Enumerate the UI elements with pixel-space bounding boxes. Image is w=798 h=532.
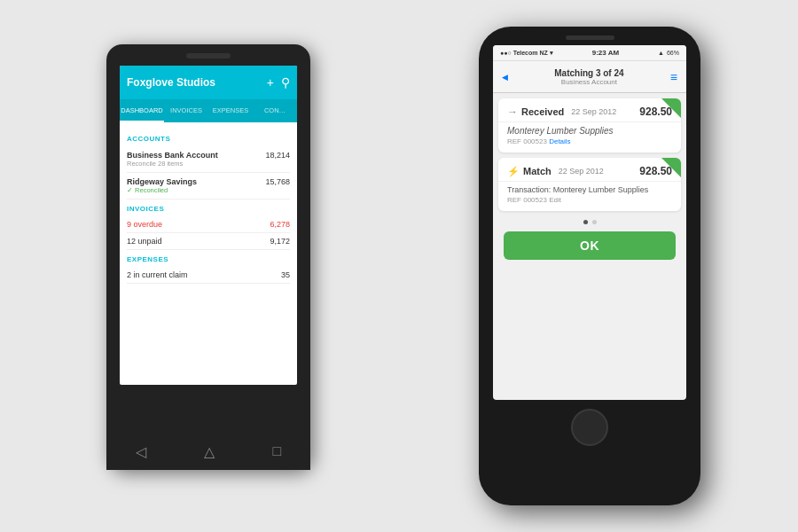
nav-sub-title: Business Account: [554, 78, 623, 86]
pagination-dots: [498, 216, 681, 228]
match-ref-number: REF 000523: [507, 196, 547, 204]
invoice-overdue-amount: 6,278: [270, 220, 290, 229]
tab-dashboard[interactable]: DASHBOARD: [120, 99, 164, 122]
received-label-group: → Received 22 Sep 2012: [507, 106, 616, 118]
invoice-unpaid-amount: 9,172: [270, 237, 290, 246]
received-arrow-icon: →: [507, 106, 518, 118]
ok-button[interactable]: OK: [504, 231, 676, 260]
invoice-unpaid-label: 12 unpaid: [127, 237, 162, 246]
match-title: Match: [523, 166, 552, 176]
account-business-sub: Reconcile 28 items: [127, 160, 218, 168]
account-business-name: Business Bank Account: [127, 151, 218, 160]
account-ridgeway[interactable]: Ridgeway Savings ✓ Reconciled 15,768: [127, 173, 290, 200]
android-phone: Foxglove Studios + ⚲ DASHBOARD INVOICES …: [106, 44, 310, 470]
match-green-corner: [661, 158, 681, 177]
received-card-header: → Received 22 Sep 2012 928.50: [498, 98, 681, 121]
match-card: ⚡ Match 22 Sep 2012 928.50 Transaction: …: [498, 158, 681, 211]
expenses-section-label: EXPENSES: [127, 255, 290, 263]
ios-nav-bar: ◀ Matching 3 of 24 Business Account ≡: [493, 61, 686, 93]
tab-expenses[interactable]: EXPENSES: [208, 99, 253, 122]
carrier-label: ●●○ Telecom NZ ▾: [500, 50, 553, 57]
match-date: 22 Sep 2012: [559, 167, 604, 176]
nav-main-title: Matching 3 of 24: [554, 68, 623, 78]
android-speaker: [186, 53, 231, 59]
invoice-overdue[interactable]: 9 overdue 6,278: [127, 216, 290, 233]
match-label-group: ⚡ Match 22 Sep 2012: [507, 166, 604, 177]
dot-2: [592, 220, 597, 224]
android-tabs: DASHBOARD INVOICES EXPENSES CON…: [120, 99, 297, 122]
account-business[interactable]: Business Bank Account Reconcile 28 items…: [127, 146, 290, 173]
nav-title-area: Matching 3 of 24 Business Account: [554, 68, 623, 86]
iphone-screen: ●●○ Telecom NZ ▾ 9:23 AM ▲ 66% ◀ Matchin…: [493, 45, 686, 400]
green-corner-decoration: [661, 98, 681, 118]
invoices-section-label: INVOICES: [127, 205, 290, 213]
account-business-amount: 18,214: [265, 151, 290, 160]
header-icons: + ⚲: [267, 75, 290, 90]
iphone: ●●○ Telecom NZ ▾ 9:23 AM ▲ 66% ◀ Matchin…: [479, 27, 700, 505]
tab-contacts[interactable]: CON…: [253, 99, 297, 122]
iphone-speaker: [566, 35, 614, 40]
ios-content: → Received 22 Sep 2012 928.50 Monterey L…: [493, 93, 686, 269]
menu-icon[interactable]: ≡: [670, 70, 677, 84]
android-header: Foxglove Studios + ⚲: [120, 66, 297, 99]
received-card: → Received 22 Sep 2012 928.50 Monterey L…: [498, 98, 681, 153]
expense-current[interactable]: 2 in current claim 35: [127, 267, 290, 284]
accounts-section-label: ACCOUNTS: [127, 135, 290, 143]
received-title: Received: [521, 106, 564, 117]
match-ref: REF 000523 Edit: [507, 196, 672, 204]
android-screen: Foxglove Studios + ⚲ DASHBOARD INVOICES …: [120, 66, 297, 385]
received-company: Monterey Lumber Supplies: [507, 126, 672, 136]
account-ridgeway-status: ✓ Reconciled: [127, 186, 197, 194]
match-transaction-label: Transaction: Monterey Lumber Supplies: [507, 185, 672, 194]
lightning-icon: ⚡: [507, 166, 520, 177]
back-chevron-icon: ◀: [502, 73, 508, 82]
invoice-unpaid[interactable]: 12 unpaid 9,172: [127, 233, 290, 250]
received-card-body: Monterey Lumber Supplies REF 000523 Deta…: [498, 121, 681, 153]
expense-amount: 35: [281, 270, 290, 279]
android-content: ACCOUNTS Business Bank Account Reconcile…: [120, 122, 297, 291]
android-nav: ◁ △ □: [106, 433, 310, 470]
time-label: 9:23 AM: [592, 49, 619, 57]
account-ridgeway-amount: 15,768: [265, 177, 290, 186]
app-name: Foxglove Studios: [127, 76, 215, 89]
nav-back-btn[interactable]: ◁: [136, 443, 146, 460]
invoice-overdue-label: 9 overdue: [127, 220, 162, 229]
match-edit-link[interactable]: Edit: [549, 196, 561, 204]
match-card-header: ⚡ Match 22 Sep 2012 928.50: [498, 158, 681, 181]
iphone-home-button[interactable]: [571, 409, 608, 446]
account-ridgeway-name: Ridgeway Savings: [127, 177, 197, 186]
received-ref-number: REF 000523: [507, 137, 547, 145]
received-date: 22 Sep 2012: [571, 107, 616, 116]
received-details-link[interactable]: Details: [549, 137, 570, 145]
nav-home-btn[interactable]: △: [204, 443, 215, 460]
tab-invoices[interactable]: INVOICES: [164, 99, 208, 122]
battery-area: ▲ 66%: [658, 50, 679, 56]
expense-label: 2 in current claim: [127, 270, 188, 279]
match-card-body: Transaction: Monterey Lumber Supplies RE…: [498, 181, 681, 211]
nav-square-btn[interactable]: □: [273, 443, 282, 459]
battery-label: 66%: [667, 50, 679, 56]
wifi-icon: ▲: [658, 50, 664, 56]
received-ref: REF 000523 Details: [507, 137, 672, 145]
ios-status-bar: ●●○ Telecom NZ ▾ 9:23 AM ▲ 66%: [493, 45, 686, 61]
dot-1: [583, 220, 588, 224]
search-icon[interactable]: ⚲: [281, 75, 290, 90]
scene: Foxglove Studios + ⚲ DASHBOARD INVOICES …: [89, 18, 709, 514]
plus-icon[interactable]: +: [267, 75, 274, 90]
back-button[interactable]: ◀: [502, 73, 508, 82]
